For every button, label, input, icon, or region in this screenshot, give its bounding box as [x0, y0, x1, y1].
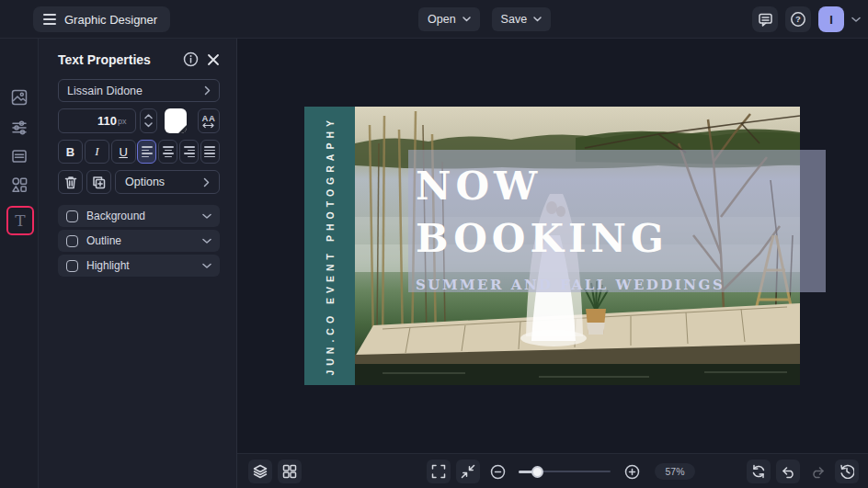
duplicate-button[interactable] [86, 170, 111, 194]
fit-to-screen-icon [461, 464, 475, 479]
text-color-swatch[interactable] [165, 108, 187, 133]
fullscreen-icon [431, 464, 446, 479]
background-checkbox[interactable] [66, 210, 78, 222]
align-right-button[interactable] [179, 140, 199, 164]
photos-tool-button[interactable] [11, 89, 28, 106]
chevron-down-icon [463, 17, 471, 22]
open-button[interactable]: Open [418, 7, 480, 31]
text-properties-panel: Text Properties Lissain Didone 110 px [39, 39, 237, 488]
photos-icon [11, 89, 28, 106]
zoom-level-badge[interactable]: 57% [655, 463, 695, 480]
letter-spacing-button[interactable]: AA [198, 108, 220, 133]
letter-spacing-icon: AA [202, 114, 216, 122]
chevron-right-icon [204, 85, 211, 96]
app-menu-button[interactable]: Graphic Designer [33, 6, 170, 32]
shapes-icon [11, 176, 28, 193]
align-justify-icon [204, 146, 215, 157]
highlight-section-toggle[interactable]: Highlight [58, 255, 220, 277]
redo-button[interactable] [805, 460, 829, 483]
zoom-slider-knob[interactable] [531, 466, 543, 478]
svg-text:?: ? [795, 14, 801, 24]
undo-icon [781, 465, 796, 479]
text-tool-button[interactable]: T [6, 206, 34, 235]
account-chevron-down-icon[interactable] [851, 17, 861, 23]
app-title: Graphic Designer [64, 13, 157, 27]
undo-button[interactable] [776, 460, 800, 483]
user-avatar[interactable]: I [818, 6, 844, 32]
zoom-in-icon [624, 464, 640, 480]
options-button[interactable]: Options [115, 170, 220, 194]
shapes-tool-button[interactable] [11, 176, 28, 193]
italic-button[interactable]: I [85, 140, 109, 164]
panel-title: Text Properties [58, 52, 183, 67]
background-section-toggle[interactable]: Background [58, 205, 220, 227]
feedback-button[interactable] [752, 6, 778, 32]
zoom-in-button[interactable] [620, 460, 644, 483]
refresh-icon [751, 464, 766, 479]
history-icon [839, 464, 854, 479]
history-button[interactable] [835, 460, 859, 483]
feedback-chat-icon [758, 12, 773, 28]
text-tool-icon: T [15, 211, 25, 230]
stepper-up-icon[interactable] [144, 114, 153, 119]
zoom-out-button[interactable] [485, 460, 509, 483]
info-icon[interactable] [183, 51, 199, 67]
design-canvas[interactable]: JUN.CO EVENT PHOTOGRAPHY [304, 107, 800, 385]
duplicate-icon [92, 176, 106, 189]
design-headline-line2[interactable]: BOOKING [416, 212, 725, 265]
design-subheadline[interactable]: SUMMER AND FALL WEDDINGS [416, 277, 725, 293]
help-button[interactable]: ? [785, 6, 811, 32]
underline-button[interactable]: U [111, 140, 136, 164]
trash-icon [64, 176, 77, 189]
top-bar: Graphic Designer Open Save ? I [0, 0, 868, 39]
fullscreen-button[interactable] [427, 460, 451, 483]
hamburger-icon [43, 14, 56, 25]
zoom-slider[interactable] [519, 460, 611, 483]
help-icon: ? [790, 11, 806, 28]
layers-icon [253, 464, 268, 479]
align-right-icon [184, 146, 195, 157]
font-size-input[interactable]: 110 px [58, 108, 136, 133]
stepper-down-icon[interactable] [144, 122, 153, 128]
font-family-select[interactable]: Lissain Didone [58, 79, 220, 102]
delete-button[interactable] [58, 170, 83, 194]
workspace[interactable]: JUN.CO EVENT PHOTOGRAPHY [237, 39, 868, 453]
outline-checkbox[interactable] [66, 235, 78, 247]
outline-section-toggle[interactable]: Outline [58, 230, 220, 252]
chevron-right-icon [203, 177, 210, 187]
tool-rail: T [0, 39, 39, 488]
redo-icon [810, 465, 826, 479]
grid-view-button[interactable] [278, 460, 302, 483]
zoom-out-icon [490, 464, 506, 480]
horizontal-arrows-icon [202, 122, 214, 129]
close-icon[interactable] [207, 53, 220, 66]
design-headline-line1[interactable]: NOW [416, 160, 725, 212]
fit-to-screen-button[interactable] [456, 460, 480, 483]
font-family-value: Lissain Didone [67, 85, 143, 97]
design-teal-sidebar[interactable]: JUN.CO EVENT PHOTOGRAPHY [304, 107, 355, 385]
design-text-block[interactable]: NOW BOOKING SUMMER AND FALL WEDDINGS [416, 160, 725, 293]
align-justify-button[interactable] [200, 140, 220, 164]
save-button[interactable]: Save [492, 7, 552, 31]
bottom-toolbar: 57% [237, 453, 868, 488]
align-center-button[interactable] [158, 140, 177, 164]
templates-tool-button[interactable] [11, 148, 28, 165]
adjust-sliders-icon [11, 119, 28, 136]
chevron-down-icon [202, 213, 211, 220]
layers-button[interactable] [248, 460, 272, 483]
chevron-down-icon [202, 263, 211, 269]
design-side-text[interactable]: JUN.CO EVENT PHOTOGRAPHY [325, 116, 336, 376]
adjust-tool-button[interactable] [11, 119, 28, 136]
font-size-stepper[interactable] [140, 108, 158, 133]
align-center-icon [163, 146, 174, 157]
align-left-button[interactable] [137, 140, 156, 164]
highlight-checkbox[interactable] [66, 260, 78, 272]
chevron-down-icon [533, 17, 542, 22]
refresh-button[interactable] [747, 460, 771, 483]
templates-icon [11, 148, 28, 165]
grid-icon [282, 464, 297, 479]
align-left-icon [142, 146, 153, 157]
bold-button[interactable]: B [58, 140, 83, 164]
chevron-down-icon [202, 238, 211, 244]
